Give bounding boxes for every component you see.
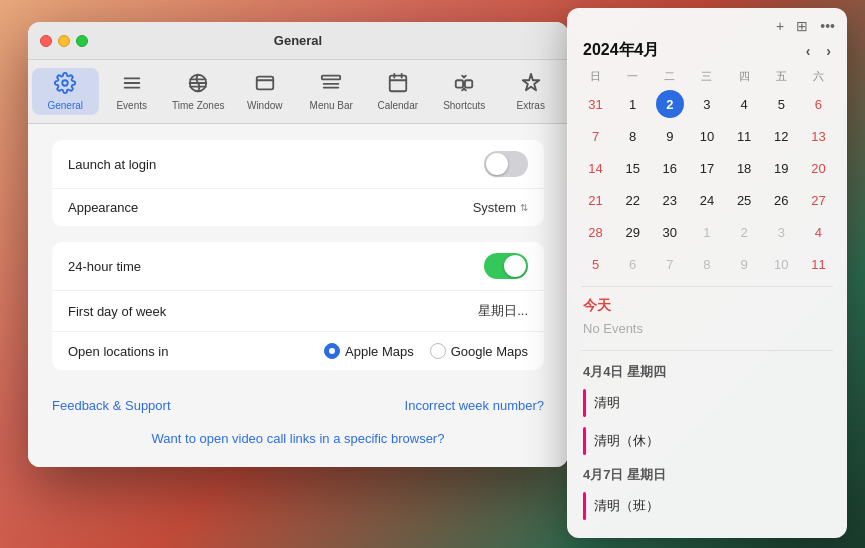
cal-day-11next[interactable]: 11	[804, 250, 832, 278]
close-button[interactable]	[40, 35, 52, 47]
calendar-days: 31 1 2 3 4 5 6 7 8 9 10 11 12 13 14 15 1…	[577, 88, 837, 280]
launch-at-login-label: Launch at login	[68, 157, 484, 172]
links-row: Feedback & Support Incorrect week number…	[52, 386, 544, 425]
prev-month-button[interactable]: ‹	[806, 43, 811, 59]
cal-day-20[interactable]: 20	[804, 154, 832, 182]
cal-day-3next[interactable]: 3	[767, 218, 795, 246]
no-events-label: No Events	[567, 319, 847, 344]
toggle-knob-on	[504, 255, 526, 277]
calendar-nav: ‹ ›	[806, 43, 831, 59]
toolbar-item-events[interactable]: Events	[99, 68, 166, 115]
cal-day-10[interactable]: 10	[693, 122, 721, 150]
cal-day-9next[interactable]: 9	[730, 250, 758, 278]
cal-day-2next[interactable]: 2	[730, 218, 758, 246]
toolbar-item-shortcuts[interactable]: Shortcuts	[431, 68, 498, 115]
cal-day-14[interactable]: 14	[582, 154, 610, 182]
toolbar-item-timezones[interactable]: Time Zones	[165, 68, 232, 115]
radio-google-maps[interactable]: Google Maps	[430, 343, 528, 359]
cal-day-1next[interactable]: 1	[693, 218, 721, 246]
toggle-knob	[486, 153, 508, 175]
cal-day-5[interactable]: 5	[767, 90, 795, 118]
cal-day-2-today[interactable]: 2	[656, 90, 684, 118]
cal-day-7next[interactable]: 7	[656, 250, 684, 278]
cal-day-8next[interactable]: 8	[693, 250, 721, 278]
cal-day-21[interactable]: 21	[582, 186, 610, 214]
open-locations-options: Apple Maps Google Maps	[324, 343, 528, 359]
cal-day-12[interactable]: 12	[767, 122, 795, 150]
more-options-icon[interactable]: •••	[820, 18, 835, 34]
cal-day-5next[interactable]: 5	[582, 250, 610, 278]
cal-day-27[interactable]: 27	[804, 186, 832, 214]
incorrect-week-link[interactable]: Incorrect week number?	[405, 398, 544, 413]
first-day-select[interactable]: 星期日...	[478, 302, 528, 320]
24hour-toggle[interactable]	[484, 253, 528, 279]
cal-day-4next[interactable]: 4	[804, 218, 832, 246]
add-event-icon[interactable]: +	[776, 18, 784, 34]
toolbar-item-calendar[interactable]: Calendar	[365, 68, 432, 115]
footer-link-container: Want to open video call links in a speci…	[52, 429, 544, 447]
cal-day-18[interactable]: 18	[730, 154, 758, 182]
calendar-divider	[581, 286, 833, 287]
cal-day-25[interactable]: 25	[730, 186, 758, 214]
extras-icon	[520, 72, 542, 97]
maximize-button[interactable]	[76, 35, 88, 47]
grid-view-icon[interactable]: ⊞	[796, 18, 808, 34]
cal-day-28[interactable]: 28	[582, 218, 610, 246]
calendar-month-title: 2024年4月	[583, 40, 660, 61]
general-window: General General Events	[28, 22, 568, 467]
cal-day-13[interactable]: 13	[804, 122, 832, 150]
cal-day-22[interactable]: 22	[619, 186, 647, 214]
toolbar-label-menubar: Menu Bar	[310, 100, 353, 111]
cal-day-8[interactable]: 8	[619, 122, 647, 150]
cal-day-3[interactable]: 3	[693, 90, 721, 118]
weekday-mon: 一	[614, 67, 651, 86]
section-time: 24-hour time First day of week 星期日... Op…	[52, 242, 544, 370]
traffic-lights	[40, 35, 88, 47]
cal-day-31prev[interactable]: 31	[582, 90, 610, 118]
cal-day-9[interactable]: 9	[656, 122, 684, 150]
events-icon	[121, 72, 143, 97]
cal-day-16[interactable]: 16	[656, 154, 684, 182]
toolbar-item-general[interactable]: General	[32, 68, 99, 115]
svg-point-0	[63, 80, 69, 86]
cal-day-11[interactable]: 11	[730, 122, 758, 150]
cal-day-15[interactable]: 15	[619, 154, 647, 182]
feedback-link[interactable]: Feedback & Support	[52, 398, 171, 413]
cal-day-23[interactable]: 23	[656, 186, 684, 214]
cal-day-24[interactable]: 24	[693, 186, 721, 214]
cal-day-19[interactable]: 19	[767, 154, 795, 182]
svg-rect-10	[390, 76, 407, 92]
cal-day-6[interactable]: 6	[804, 90, 832, 118]
event-item-qingming2: 清明（休）	[567, 422, 847, 460]
toolbar-item-extras[interactable]: Extras	[498, 68, 565, 115]
weekday-thu: 四	[726, 67, 763, 86]
cal-day-26[interactable]: 26	[767, 186, 795, 214]
next-month-button[interactable]: ›	[826, 43, 831, 59]
launch-at-login-toggle[interactable]	[484, 151, 528, 177]
weekday-sun: 日	[577, 67, 614, 86]
cal-day-7[interactable]: 7	[582, 122, 610, 150]
cal-day-17[interactable]: 17	[693, 154, 721, 182]
settings-content: Launch at login Appearance System ⇅ 24-h…	[28, 124, 568, 467]
cal-day-4[interactable]: 4	[730, 90, 758, 118]
cal-day-29[interactable]: 29	[619, 218, 647, 246]
event-item-qingming1: 清明	[567, 384, 847, 422]
titlebar: General	[28, 22, 568, 60]
calendar-icon	[387, 72, 409, 97]
globe-icon	[187, 72, 209, 97]
event-name-qingming2: 清明（休）	[594, 432, 659, 450]
cal-day-6next[interactable]: 6	[619, 250, 647, 278]
toolbar-item-menubar[interactable]: Menu Bar	[298, 68, 365, 115]
event-bar	[583, 389, 586, 417]
row-launch-at-login: Launch at login	[52, 140, 544, 189]
radio-apple-maps[interactable]: Apple Maps	[324, 343, 414, 359]
toolbar-item-window[interactable]: Window	[232, 68, 299, 115]
minimize-button[interactable]	[58, 35, 70, 47]
cal-day-30[interactable]: 30	[656, 218, 684, 246]
appearance-select[interactable]: System ⇅	[473, 200, 528, 215]
cal-day-10next[interactable]: 10	[767, 250, 795, 278]
weekday-fri: 五	[763, 67, 800, 86]
cal-day-1[interactable]: 1	[619, 90, 647, 118]
open-locations-label: Open locations in	[68, 344, 324, 359]
video-call-link[interactable]: Want to open video call links in a speci…	[152, 431, 445, 446]
